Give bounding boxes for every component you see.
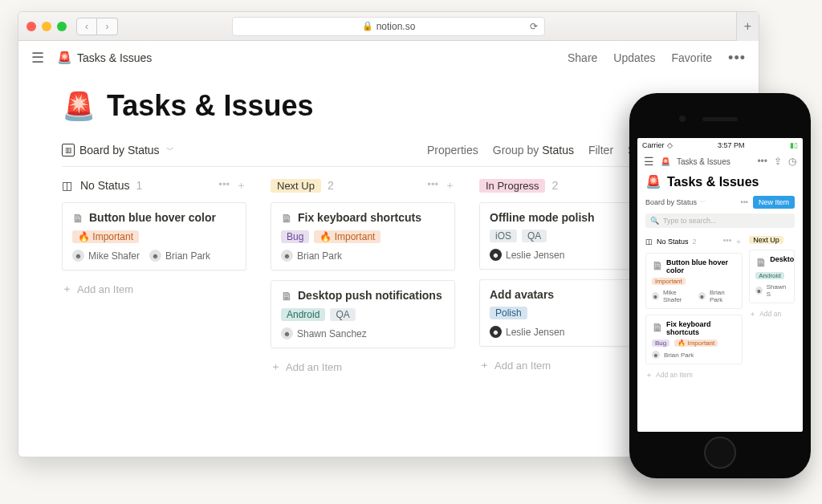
reload-icon[interactable]: ⟳ (530, 21, 538, 32)
battery-icon: ▮▯ (790, 141, 798, 149)
phone-column-name: Next Up (749, 236, 783, 244)
phone-page-title[interactable]: Tasks & Issues (667, 175, 759, 189)
column-add-icon[interactable]: ＋ (236, 178, 246, 193)
phone-view-more-icon[interactable]: ••• (741, 198, 748, 206)
phone-hamburger-icon[interactable]: ☰ (644, 155, 654, 168)
phone-column-header[interactable]: ◫No Status2•••＋ (645, 236, 743, 247)
phone-search-input[interactable]: 🔍 Type to search... (645, 213, 795, 228)
card-assignee: ☻Brian Park (281, 250, 342, 262)
view-name: Board by Status (79, 144, 160, 156)
favorite-button[interactable]: Favorite (672, 51, 713, 64)
page-icon-siren[interactable]: 🚨 (62, 90, 96, 122)
plus-icon: ＋ (479, 358, 490, 372)
updates-button[interactable]: Updates (613, 51, 655, 64)
card-tag: 🔥 Important (674, 339, 718, 347)
phone-add-item-button[interactable]: ＋Add an (749, 310, 795, 319)
plus-icon: ＋ (645, 371, 653, 380)
lock-icon: 🔒 (362, 21, 373, 31)
breadcrumb-title[interactable]: Tasks & Issues (77, 51, 152, 64)
back-button[interactable]: ‹ (76, 18, 97, 35)
card-title: Desktop push notifications (298, 289, 442, 302)
card-assignee: ☻Leslie Jensen (490, 249, 564, 261)
card-tag: Android (755, 272, 784, 279)
board-card[interactable]: 🗎Desktop push notificationsAndroidQA☻Sha… (271, 280, 455, 348)
phone-page-icon[interactable]: 🚨 (645, 174, 661, 189)
phone-card[interactable]: 🗎Button blue hover colorImportant☻Mike S… (645, 253, 743, 309)
kanban-board: ◫No Status1•••＋🗎Button blue hover color🔥… (62, 178, 715, 374)
phone-card[interactable]: 🗎Fix keyboard shortcutsBug🔥 Important☻Br… (645, 315, 743, 364)
card-assignee: ☻Mike Shafer (652, 289, 694, 303)
avatar-icon: ☻ (652, 351, 660, 359)
phone-column-add-icon[interactable]: ＋ (735, 236, 743, 247)
card-assignee: ☻Leslie Jensen (490, 326, 564, 338)
page-icon: 🗎 (281, 212, 292, 225)
board-card[interactable]: 🗎Fix keyboard shortcutsBug🔥 Important☻Br… (271, 202, 455, 270)
avatar-icon: ☻ (281, 250, 293, 262)
window-traffic-lights[interactable] (26, 22, 67, 31)
close-window-icon[interactable] (26, 22, 36, 31)
column-header[interactable]: ◫No Status1•••＋ (62, 178, 246, 193)
column-more-icon[interactable]: ••• (427, 178, 438, 193)
phone-crumb[interactable]: Tasks & Issues (677, 157, 730, 166)
card-assignee: ☻Brian Park (698, 289, 736, 303)
page-title[interactable]: Tasks & Issues (107, 89, 313, 123)
phone-home-button[interactable] (704, 437, 736, 469)
card-title: Fix keyboard shortcuts (666, 320, 736, 336)
column-name: In Progress (479, 179, 545, 193)
column-more-icon[interactable]: ••• (218, 178, 230, 193)
view-toolbar: ▥ Board by Status ﹀ Properties Group by … (62, 144, 715, 156)
phone-view-picker[interactable]: Board by Status ﹀ (645, 197, 706, 208)
card-tag: Android (281, 308, 325, 321)
new-tab-button[interactable]: + (736, 12, 759, 41)
phone-column-more-icon[interactable]: ••• (723, 236, 732, 247)
view-picker[interactable]: ▥ Board by Status ﹀ (62, 144, 174, 156)
forward-button[interactable]: › (97, 18, 118, 35)
hamburger-icon[interactable]: ☰ (31, 49, 46, 67)
phone-more-icon[interactable]: ••• (757, 156, 767, 167)
phone-screen: Carrier ◇ 3:57 PM ▮▯ ☰ 🚨 Tasks & Issues … (637, 138, 803, 432)
add-item-button[interactable]: ＋Add an Item (62, 282, 246, 296)
avatar-icon: ☻ (652, 292, 659, 300)
divider (62, 166, 715, 167)
card-assignee: ☻Brian Park (652, 351, 694, 359)
column-header[interactable]: Next Up2•••＋ (271, 178, 455, 193)
board-card[interactable]: 🗎Button blue hover color🔥 Important☻Mike… (62, 202, 246, 270)
card-title: Fix keyboard shortcuts (298, 211, 421, 224)
phone-column-header[interactable]: Next Up (749, 236, 795, 244)
phone-clock-icon[interactable]: ◷ (788, 156, 796, 167)
minimize-window-icon[interactable] (42, 22, 51, 31)
group-by-button[interactable]: Group by Status (493, 144, 574, 156)
card-assignee: ☻Shawn S (755, 283, 788, 298)
phone-card[interactable]: 🗎DesktoAndroid☻Shawn S (749, 250, 795, 303)
board-column: Next Up2•••＋🗎Fix keyboard shortcutsBug🔥 … (271, 178, 455, 374)
browser-titlebar: ‹ › 🔒 notion.so ⟳ + (18, 12, 759, 41)
column-count: 2 (551, 179, 558, 192)
card-tag: Important (652, 278, 686, 285)
phone-share-icon[interactable]: ⇪ (774, 156, 782, 167)
column-name: Next Up (271, 179, 321, 193)
phone-camera (679, 116, 686, 122)
add-item-button[interactable]: ＋Add an Item (271, 360, 455, 374)
board-column: ◫No Status1•••＋🗎Button blue hover color🔥… (62, 178, 246, 374)
phone-kanban-board: ◫No Status2•••＋🗎Button blue hover colorI… (645, 236, 795, 380)
column-count: 2 (328, 179, 334, 192)
properties-button[interactable]: Properties (427, 144, 478, 156)
card-assignee: ☻Mike Shafer (72, 250, 140, 262)
browser-url-bar[interactable]: 🔒 notion.so ⟳ (232, 17, 545, 36)
wifi-icon: ◇ (667, 141, 673, 149)
more-menu-icon[interactable]: ••• (728, 50, 746, 67)
new-item-button[interactable]: New Item (753, 196, 795, 209)
zoom-window-icon[interactable] (57, 22, 67, 31)
phone-statusbar: Carrier ◇ 3:57 PM ▮▯ (637, 138, 803, 152)
avatar-icon: ☻ (281, 327, 293, 339)
phone-speaker (702, 117, 738, 121)
page-icon: 🗎 (755, 256, 767, 269)
column-add-icon[interactable]: ＋ (445, 178, 455, 193)
phone-column: ◫No Status2•••＋🗎Button blue hover colorI… (645, 236, 743, 380)
phone-add-item-button[interactable]: ＋Add an Item (645, 371, 743, 380)
page-icon: 🗎 (281, 290, 292, 303)
card-assignee: ☻Shawn Sanchez (281, 327, 367, 339)
filter-button[interactable]: Filter (588, 144, 613, 156)
inbox-icon: ◫ (62, 179, 74, 192)
share-button[interactable]: Share (568, 51, 597, 64)
